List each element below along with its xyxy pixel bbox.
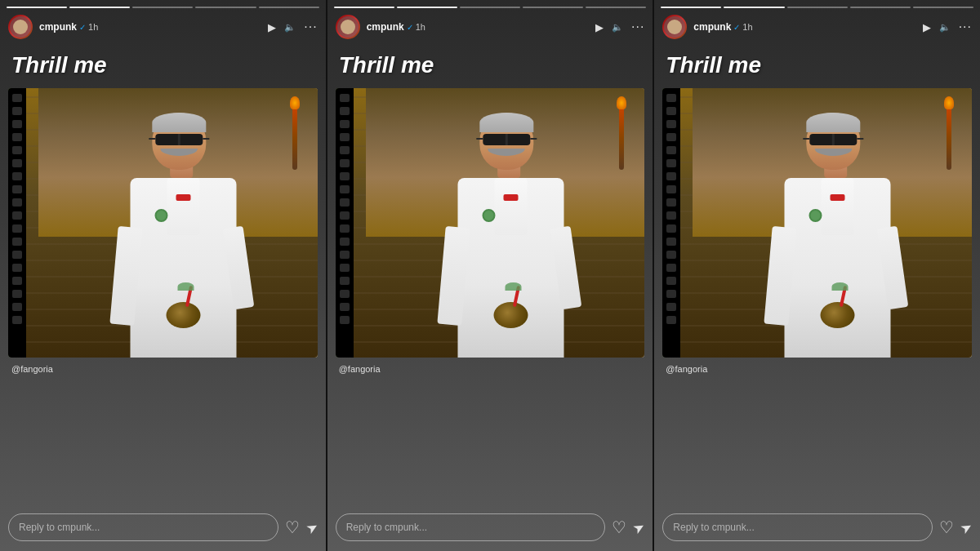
glasses-bridge — [505, 134, 507, 145]
film-hole — [666, 211, 676, 220]
shirt — [494, 178, 527, 235]
film-hole — [666, 316, 676, 324]
play-icon[interactable]: ▶ — [268, 21, 276, 33]
reply-input[interactable]: Reply to cmpunk... — [336, 513, 606, 541]
boutonniere — [154, 209, 167, 222]
avatar[interactable] — [336, 15, 360, 39]
torch — [947, 104, 951, 170]
more-icon[interactable]: ··· — [959, 20, 972, 34]
head — [152, 113, 206, 170]
film-hole — [340, 107, 350, 115]
reply-input[interactable]: Reply to cmpunk... — [662, 513, 933, 541]
film-hole — [666, 251, 676, 259]
hair — [479, 113, 533, 132]
coconut-area — [163, 302, 203, 333]
film-hole — [12, 172, 22, 180]
suit-jacket — [130, 178, 236, 358]
arm-left — [764, 226, 796, 326]
story-title: Thrill me — [0, 44, 326, 88]
film-hole — [12, 290, 22, 298]
film-hole — [12, 198, 22, 207]
play-icon[interactable]: ▶ — [595, 21, 604, 33]
glasses-arm-right — [530, 138, 537, 140]
film-hole — [12, 303, 22, 311]
umbrella — [505, 282, 521, 291]
film-hole — [666, 185, 676, 193]
send-icon[interactable]: ➤ — [630, 517, 648, 537]
coconut — [493, 302, 528, 328]
heart-icon[interactable]: ♡ — [612, 518, 626, 537]
film-hole — [340, 303, 350, 311]
person-container — [38, 88, 318, 358]
film-strip — [336, 88, 354, 358]
film-strip — [8, 88, 26, 358]
story-title: Thrill me — [654, 44, 980, 88]
film-hole — [12, 185, 22, 193]
person-container — [366, 88, 645, 358]
reply-input[interactable]: Reply to cmpunk... — [8, 513, 278, 541]
story-bottom: Reply to cmpunk... ♡ ➤ — [327, 505, 653, 551]
torch — [292, 104, 297, 170]
glasses-bridge — [832, 134, 835, 145]
send-icon[interactable]: ➤ — [302, 517, 321, 537]
coconut-area — [490, 302, 531, 333]
avatar[interactable] — [8, 15, 33, 39]
coconut — [166, 302, 200, 328]
verified-icon: ✓ — [407, 23, 413, 32]
film-hole — [340, 185, 350, 193]
scene-background — [354, 88, 645, 358]
verified-icon: ✓ — [79, 23, 86, 32]
arm-right — [550, 226, 581, 310]
hair — [152, 113, 206, 132]
header-controls: ▶ 🔈 ··· — [268, 20, 317, 34]
mustache — [488, 149, 525, 156]
glasses-bridge — [178, 134, 180, 145]
send-icon[interactable]: ➤ — [957, 517, 976, 537]
film-hole — [12, 159, 22, 167]
story-image — [8, 88, 318, 358]
film-hole — [666, 94, 676, 102]
film-hole — [340, 94, 350, 102]
film-hole — [12, 211, 22, 220]
story-bottom: Reply to cmpunk... ♡ ➤ — [654, 505, 980, 551]
heart-icon[interactable]: ♡ — [285, 518, 300, 537]
progress-bar — [327, 0, 653, 8]
film-hole — [340, 198, 350, 207]
mute-icon[interactable]: 🔈 — [284, 22, 296, 33]
film-hole — [340, 146, 350, 154]
coconut — [821, 302, 855, 328]
arm-left — [109, 226, 142, 326]
torch-flame — [944, 96, 954, 109]
heart-icon[interactable]: ♡ — [939, 518, 954, 537]
film-hole — [340, 316, 350, 324]
film-hole — [666, 133, 676, 141]
story-tag: @fangoria — [0, 358, 326, 380]
film-hole — [666, 264, 676, 272]
username-area: cmpunk ✓ 1h — [39, 21, 261, 33]
boutonniere — [809, 209, 822, 222]
username: cmpunk — [39, 21, 77, 33]
play-icon[interactable]: ▶ — [923, 21, 931, 33]
story-tag: @fangoria — [327, 358, 653, 380]
more-icon[interactable]: ··· — [304, 20, 317, 34]
avatar[interactable] — [662, 15, 687, 39]
film-hole — [666, 238, 676, 246]
film-hole — [12, 94, 22, 102]
sunglasses — [809, 134, 857, 145]
film-hole — [12, 251, 22, 259]
story-image — [662, 88, 972, 358]
mute-icon[interactable]: 🔈 — [612, 22, 623, 33]
timestamp: 1h — [416, 22, 425, 32]
head — [479, 113, 533, 170]
mute-icon[interactable]: 🔈 — [939, 22, 951, 33]
story-panel-1: cmpunk ✓ 1h ▶ 🔈 ··· Thrill me — [0, 0, 327, 551]
more-icon[interactable]: ··· — [631, 20, 644, 34]
username-area: cmpunk ✓ 1h — [367, 21, 589, 33]
film-hole — [666, 303, 676, 311]
film-hole — [340, 238, 350, 246]
username: cmpunk — [693, 21, 731, 33]
arm-right — [222, 226, 254, 310]
film-hole — [12, 264, 22, 272]
glasses-arm-left — [476, 138, 483, 140]
arm-left — [437, 226, 470, 326]
